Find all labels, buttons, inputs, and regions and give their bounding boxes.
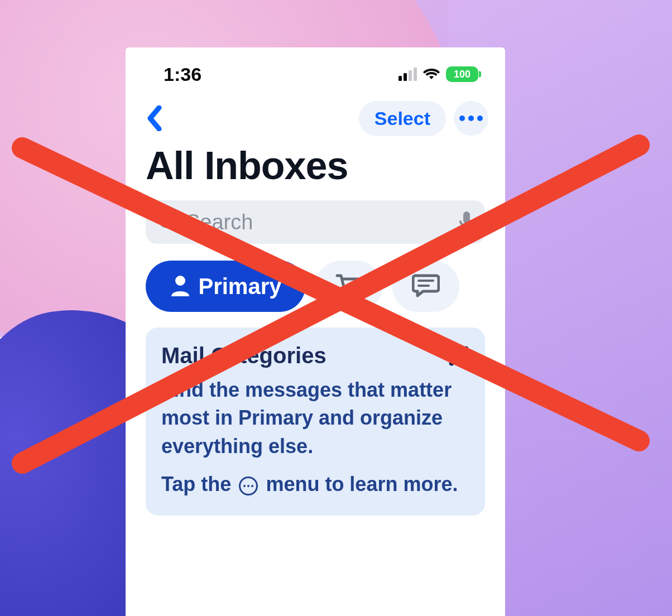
callout-tap-suffix: menu to learn more.: [266, 473, 458, 495]
status-time: 1:36: [164, 64, 201, 85]
svg-line-1: [171, 225, 176, 230]
svg-rect-2: [463, 211, 470, 224]
select-button[interactable]: Select: [359, 101, 446, 136]
callout-header: Mail Categories: [161, 343, 469, 368]
svg-point-4: [175, 276, 185, 286]
battery-indicator: 100: [446, 66, 478, 82]
search-field[interactable]: [146, 200, 485, 244]
battery-level: 100: [454, 69, 471, 80]
ellipsis-circle-icon: [239, 477, 258, 495]
svg-point-6: [354, 292, 359, 297]
chat-icon: [412, 272, 440, 300]
status-right: 100: [399, 66, 478, 82]
cart-icon: [335, 272, 363, 300]
status-bar: 1:36 100: [126, 47, 505, 93]
ellipsis-icon: [459, 116, 483, 121]
search-icon: [158, 212, 178, 232]
callout-close-button[interactable]: [448, 345, 469, 367]
category-tabs: Primary: [126, 244, 505, 328]
svg-point-5: [344, 292, 349, 297]
tab-primary-label: Primary: [199, 274, 282, 299]
cellular-signal-icon: [399, 68, 417, 81]
callout-tap-line: Tap the menu to learn more.: [161, 470, 469, 498]
nav-actions: Select: [359, 101, 488, 136]
tab-updates[interactable]: [392, 261, 459, 312]
search-input[interactable]: [186, 210, 450, 234]
mail-categories-callout: Mail Categories Find the messages that m…: [146, 328, 485, 516]
phone-frame: 1:36 100 Select: [126, 47, 505, 616]
page-title: All Inboxes: [126, 143, 505, 188]
nav-bar: Select: [126, 93, 505, 138]
more-menu-button[interactable]: [454, 101, 488, 136]
callout-tap-prefix: Tap the: [161, 473, 231, 495]
back-button[interactable]: [146, 105, 162, 131]
callout-title: Mail Categories: [161, 343, 327, 368]
microphone-icon[interactable]: [458, 210, 475, 234]
tab-primary[interactable]: Primary: [146, 261, 305, 312]
tab-promotions[interactable]: [315, 261, 382, 312]
person-icon: [170, 274, 191, 299]
wifi-icon: [423, 68, 440, 81]
callout-body: Find the messages that matter most in Pr…: [161, 376, 469, 460]
